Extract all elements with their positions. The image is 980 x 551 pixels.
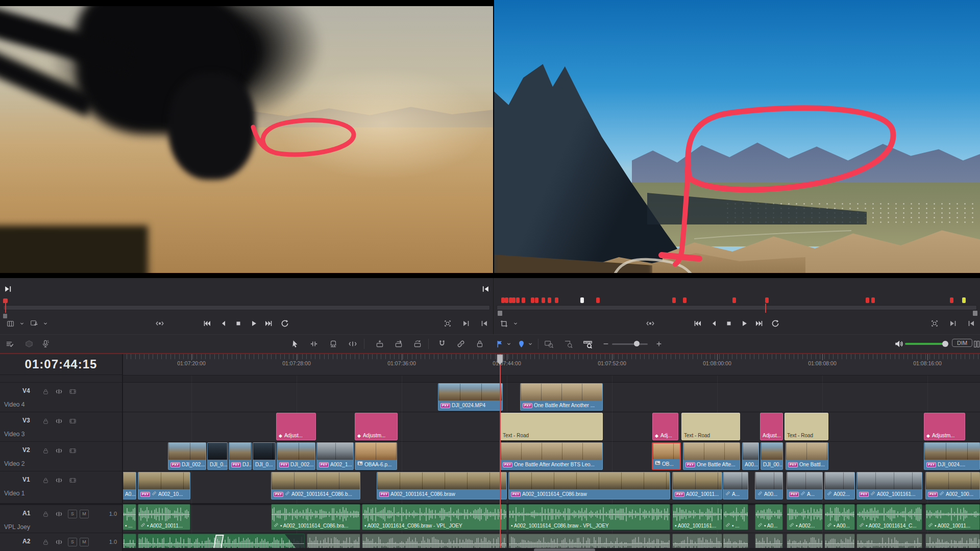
audio-clip[interactable]: • A00... [824,504,855,530]
track-id-V2[interactable]: V2 [22,446,37,454]
timeline-clip[interactable]: A... [723,472,748,499]
replace-clip-button[interactable] [411,337,424,350]
timeline-clip[interactable]: PXYDJI_0024.... [924,442,980,470]
overwrite-clip-button[interactable] [392,337,405,350]
flag-button[interactable] [494,337,505,350]
track-id-V1[interactable]: V1 [22,476,37,483]
audio-clip[interactable]: • A002_10011614_C086.braw - VPL_JOEY [508,504,670,530]
audio-clip[interactable]: • A002_10011... [925,504,980,530]
timeline-marker-red[interactable] [683,297,687,303]
filmstrip-icon[interactable] [68,416,77,425]
timeline-clip[interactable]: A0... [122,472,136,499]
timeline-clip[interactable]: PXYOne Battle After Another ... [520,383,603,411]
timeline-clip[interactable]: PXYA... [787,472,823,499]
timeline-marker-red[interactable] [555,297,558,303]
timeline-clip[interactable]: PXYA002_10... [138,472,190,499]
timeline-marker-red[interactable] [596,297,600,303]
track-id-V3[interactable]: V3 [22,417,37,424]
timeline-clip[interactable]: PXYA002_10011614_C086.braw [508,472,670,499]
solo-button[interactable]: S [68,510,77,518]
dynamic-trim-button[interactable] [346,337,359,350]
text-clip[interactable]: Text - Road [785,413,828,440]
timeline-clip[interactable]: A002... [824,472,855,499]
lock-track-icon[interactable] [41,387,50,396]
loop-button[interactable] [278,317,291,330]
audio-clip[interactable]: • A002_1001161... [672,504,722,530]
selection-arrow-button[interactable] [288,337,302,350]
audio-clip[interactable]: • A002_10011614_C... [856,504,922,530]
goto-in-button[interactable] [459,317,473,330]
audio-clip[interactable]: • A002_10011614_C086.bra... [271,504,360,530]
step-back-button[interactable] [707,317,721,330]
snap-button[interactable] [435,337,449,350]
timeline-marker-red[interactable] [501,297,505,303]
zoom-slider-knob[interactable] [634,341,640,346]
goto-in-button[interactable] [1,282,14,295]
timeline-marker-red[interactable] [535,297,538,303]
timeline-playhead-handle[interactable] [497,354,503,365]
play-button[interactable] [247,317,260,330]
lock-track-icon[interactable] [41,446,50,455]
timeline-horizontal-scrollbar[interactable] [122,548,980,551]
autoselect-icon[interactable] [54,509,63,518]
razor-button[interactable] [327,337,340,350]
volume-slider-track[interactable] [905,343,948,345]
lock-track-icon[interactable] [41,475,50,485]
timeline-clip[interactable]: DJI_0... [253,442,276,470]
adjustment-clip[interactable]: Adjust... [760,413,783,440]
audio-clip[interactable]: • A002_10011614_C086.braw - VPL_JOEY [362,504,507,530]
goto-out-button[interactable] [478,317,491,330]
viewer-scrub-bar[interactable] [497,305,977,310]
timeline-marker-red[interactable] [505,297,508,303]
zoom-detail-button[interactable] [561,337,575,350]
chevron-down-button[interactable] [527,337,534,350]
jog-control[interactable] [640,317,660,330]
trim-mode-button[interactable] [307,337,321,350]
text-clip[interactable]: Text - Road [681,413,740,440]
timeline-clip[interactable]: PXYDJ... [229,442,252,470]
step-back-button[interactable] [217,317,230,330]
lock-track-icon[interactable] [41,537,50,546]
autoselect-icon[interactable] [54,387,63,396]
timeline-clip[interactable]: PXYDJI_0024.MP4 [438,383,503,411]
prev-clip-button[interactable] [691,317,704,330]
timeline-clip[interactable]: A00... [742,442,759,470]
adjustment-clip[interactable]: ◆Adjustm... [355,413,398,440]
autoselect-icon[interactable] [54,537,63,546]
stop-button[interactable] [722,317,736,330]
zoom-out-button[interactable] [599,337,612,350]
lock-track-icon[interactable] [41,509,50,518]
grid-view-button[interactable] [4,317,16,330]
chevron-down-button[interactable] [18,317,26,330]
timeline-clip[interactable]: DJI_00... [761,442,783,470]
track-id-V4[interactable]: V4 [22,387,37,394]
timeline-clip[interactable]: DJI_0... [207,442,228,470]
zoom-fit-button[interactable] [542,337,555,350]
resize-box-button[interactable] [441,317,454,330]
timeline-marker-red[interactable] [950,297,953,303]
adjustment-clip[interactable]: ◆Adj... [652,413,678,440]
chevron-down-button[interactable] [505,337,512,350]
viewer-scrub-bar[interactable] [3,305,490,310]
timeline-marker-red[interactable] [512,297,516,303]
chevron-down-button[interactable] [42,317,49,330]
meters-button[interactable] [970,337,980,350]
timeline-marker-red[interactable] [765,297,769,303]
filmstrip-icon[interactable] [68,446,77,455]
timeline-clip[interactable]: OBAA-6.p... [355,442,397,470]
scrub-handle-right[interactable] [973,311,977,316]
autoselect-icon[interactable] [54,416,63,425]
timeline-marker-red[interactable] [548,297,551,303]
filmstrip-icon[interactable] [68,387,77,396]
text-clip[interactable]: Text - Road [500,413,603,440]
timeline-clip[interactable]: PXYA002_10011614_C086.braw [377,472,507,499]
timeline-clip[interactable]: PXYA002_10011614_C086.b... [271,472,360,499]
goto-in-button[interactable] [946,317,960,330]
audio-clip[interactable]: • A002... [787,504,823,530]
timeline-clip[interactable]: PXYDJI_002... [277,442,315,470]
timeline-clip[interactable]: PXYA002_10011... [672,472,722,499]
zoom-custom-button[interactable] [581,337,594,350]
zoom-in-button[interactable] [652,337,666,350]
box3d-button[interactable] [22,337,36,350]
link-button[interactable] [454,337,468,350]
